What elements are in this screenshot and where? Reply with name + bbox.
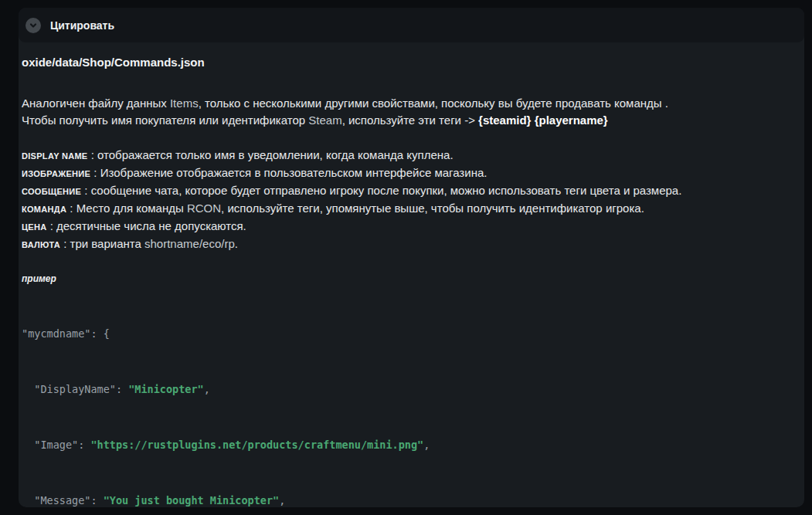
code-line: "Message": "You just bought Minicopter", (22, 491, 789, 510)
example-label: пример (22, 273, 789, 285)
quote-block: Цитировать oxide/data/Shop/Commands.json… (19, 8, 804, 507)
text-segment: DISPLAY NAME (22, 151, 88, 161)
intro-line: Чтобы получить имя покупателя или иденти… (22, 112, 789, 129)
property-line-image: ИЗОБРАЖЕНИЕ : Изображение отображается в… (22, 164, 789, 182)
text-segment: КОМАНДА (22, 205, 66, 214)
text-segment: : Место для команды (66, 202, 187, 215)
property-line-command: КОМАНДА : Место для команды RCON, исполь… (22, 200, 789, 218)
text-segment: : три варианта (60, 237, 144, 250)
text-segment: ВАЛЮТА (22, 240, 60, 249)
properties-list: DISPLAY NAME : отображается только имя в… (22, 147, 789, 253)
file-path: oxide/data/Shop/Commands.json (22, 55, 789, 70)
text-segment: Чтобы получить имя покупателя или иденти… (22, 114, 308, 127)
text-segment: "You just bought Minicopter" (104, 494, 280, 507)
quote-header[interactable]: Цитировать (19, 8, 804, 42)
text-segment: Steam (308, 114, 341, 127)
text-segment: "Image": (22, 439, 90, 451)
json-code-block: "mycmdname": { "DisplayName": "Minicopte… (22, 287, 789, 515)
text-segment: Аналогичен файлу данных (22, 97, 170, 110)
property-line-displayname: DISPLAY NAME : отображается только имя в… (22, 147, 789, 164)
text-segment: ИЗОБРАЖЕНИЕ (22, 169, 90, 178)
intro-paragraph: Аналогичен файлу данных Items, только с … (22, 95, 789, 129)
text-segment: Items (170, 97, 199, 110)
text-segment: "mycmdname": { (22, 327, 110, 340)
text-segment: {steamid} {playername} (478, 114, 608, 127)
text-segment: . (235, 237, 238, 250)
text-segment: "Message": (22, 494, 104, 507)
code-line: "mycmdname": { (22, 324, 789, 343)
text-segment: СООБЩЕНИЕ (22, 187, 81, 196)
text-segment: ЦЕНА (22, 222, 46, 232)
quote-content: oxide/data/Shop/Commands.json Аналогичен… (19, 42, 804, 515)
text-segment: , используйте эти теги -> (342, 114, 478, 127)
text-segment: shortname/eco/rp (144, 237, 235, 250)
text-segment: : отображается только имя в уведомлении,… (88, 148, 454, 161)
text-segment: "https://rustplugins.net/products/craftm… (90, 439, 423, 451)
text-segment: , (279, 494, 285, 507)
text-segment: "Minicopter" (128, 383, 204, 395)
text-segment: , только с несколькими другими свойствам… (199, 97, 668, 110)
chevron-down-glyph (29, 21, 38, 30)
text-segment: , используйте теги, упомянутые выше, что… (221, 202, 644, 215)
intro-line: Аналогичен файлу данных Items, только с … (22, 95, 789, 112)
property-line-message: СООБЩЕНИЕ : сообщение чата, которое буде… (22, 182, 789, 200)
property-line-price: ЦЕНА : десятичные числа не допускаются. (22, 218, 789, 235)
text-segment: : десятичные числа не допускаются. (46, 219, 246, 232)
text-segment: RCON (187, 202, 221, 215)
text-segment: : сообщение чата, которое будет отправле… (81, 184, 681, 197)
text-segment: "DisplayName": (22, 383, 128, 395)
quote-title: Цитировать (50, 19, 114, 32)
property-line-currency: ВАЛЮТА : три варианта shortname/eco/rp. (22, 235, 789, 253)
code-line: "Image": "https://rustplugins.net/produc… (22, 435, 789, 454)
text-segment: , (423, 439, 430, 451)
text-segment: : Изображение отображается в пользовател… (90, 166, 487, 179)
text-segment: , (204, 383, 210, 395)
chevron-down-circle-icon[interactable] (25, 18, 41, 33)
code-line: "DisplayName": "Minicopter", (22, 380, 789, 398)
